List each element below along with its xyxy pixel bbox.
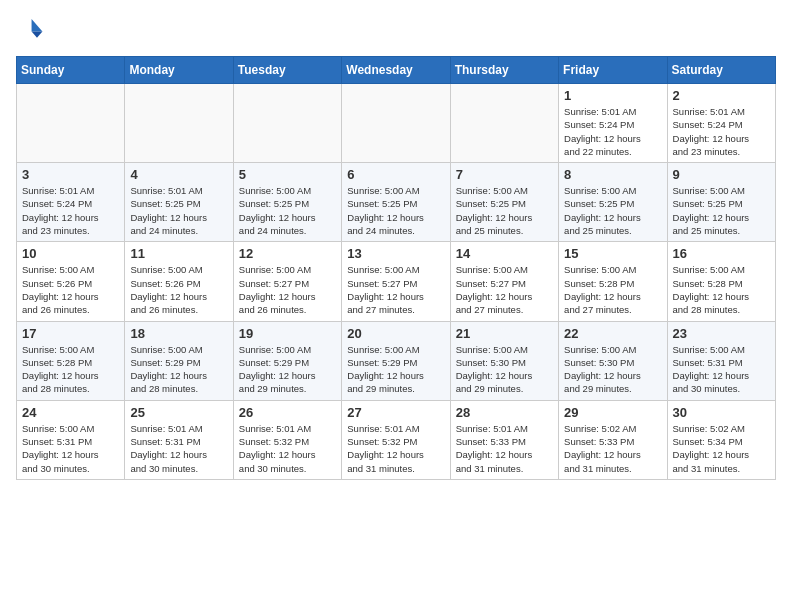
calendar-cell: 20Sunrise: 5:00 AM Sunset: 5:29 PM Dayli… bbox=[342, 321, 450, 400]
calendar-cell: 15Sunrise: 5:00 AM Sunset: 5:28 PM Dayli… bbox=[559, 242, 667, 321]
calendar-week-5: 24Sunrise: 5:00 AM Sunset: 5:31 PM Dayli… bbox=[17, 400, 776, 479]
day-header-tuesday: Tuesday bbox=[233, 57, 341, 84]
day-number: 30 bbox=[673, 405, 770, 420]
calendar-cell: 14Sunrise: 5:00 AM Sunset: 5:27 PM Dayli… bbox=[450, 242, 558, 321]
day-number: 9 bbox=[673, 167, 770, 182]
logo bbox=[16, 16, 48, 44]
calendar-cell: 21Sunrise: 5:00 AM Sunset: 5:30 PM Dayli… bbox=[450, 321, 558, 400]
day-info: Sunrise: 5:00 AM Sunset: 5:26 PM Dayligh… bbox=[130, 263, 227, 316]
day-info: Sunrise: 5:00 AM Sunset: 5:27 PM Dayligh… bbox=[347, 263, 444, 316]
day-number: 11 bbox=[130, 246, 227, 261]
calendar-cell: 28Sunrise: 5:01 AM Sunset: 5:33 PM Dayli… bbox=[450, 400, 558, 479]
day-number: 29 bbox=[564, 405, 661, 420]
day-info: Sunrise: 5:00 AM Sunset: 5:25 PM Dayligh… bbox=[239, 184, 336, 237]
day-number: 22 bbox=[564, 326, 661, 341]
day-header-thursday: Thursday bbox=[450, 57, 558, 84]
day-info: Sunrise: 5:00 AM Sunset: 5:25 PM Dayligh… bbox=[456, 184, 553, 237]
day-info: Sunrise: 5:00 AM Sunset: 5:27 PM Dayligh… bbox=[456, 263, 553, 316]
calendar-cell: 25Sunrise: 5:01 AM Sunset: 5:31 PM Dayli… bbox=[125, 400, 233, 479]
calendar-cell: 9Sunrise: 5:00 AM Sunset: 5:25 PM Daylig… bbox=[667, 163, 775, 242]
day-number: 14 bbox=[456, 246, 553, 261]
day-info: Sunrise: 5:00 AM Sunset: 5:29 PM Dayligh… bbox=[239, 343, 336, 396]
day-number: 2 bbox=[673, 88, 770, 103]
day-number: 4 bbox=[130, 167, 227, 182]
day-number: 26 bbox=[239, 405, 336, 420]
calendar-cell bbox=[125, 84, 233, 163]
day-info: Sunrise: 5:01 AM Sunset: 5:24 PM Dayligh… bbox=[673, 105, 770, 158]
day-number: 5 bbox=[239, 167, 336, 182]
calendar-cell: 16Sunrise: 5:00 AM Sunset: 5:28 PM Dayli… bbox=[667, 242, 775, 321]
day-number: 16 bbox=[673, 246, 770, 261]
calendar-cell: 1Sunrise: 5:01 AM Sunset: 5:24 PM Daylig… bbox=[559, 84, 667, 163]
day-info: Sunrise: 5:00 AM Sunset: 5:28 PM Dayligh… bbox=[673, 263, 770, 316]
calendar-table: SundayMondayTuesdayWednesdayThursdayFrid… bbox=[16, 56, 776, 480]
calendar-cell: 12Sunrise: 5:00 AM Sunset: 5:27 PM Dayli… bbox=[233, 242, 341, 321]
calendar-cell: 13Sunrise: 5:00 AM Sunset: 5:27 PM Dayli… bbox=[342, 242, 450, 321]
day-number: 28 bbox=[456, 405, 553, 420]
day-info: Sunrise: 5:00 AM Sunset: 5:25 PM Dayligh… bbox=[673, 184, 770, 237]
day-number: 20 bbox=[347, 326, 444, 341]
day-number: 8 bbox=[564, 167, 661, 182]
day-info: Sunrise: 5:01 AM Sunset: 5:33 PM Dayligh… bbox=[456, 422, 553, 475]
day-number: 27 bbox=[347, 405, 444, 420]
day-number: 19 bbox=[239, 326, 336, 341]
day-info: Sunrise: 5:00 AM Sunset: 5:26 PM Dayligh… bbox=[22, 263, 119, 316]
calendar-cell: 29Sunrise: 5:02 AM Sunset: 5:33 PM Dayli… bbox=[559, 400, 667, 479]
calendar-cell: 26Sunrise: 5:01 AM Sunset: 5:32 PM Dayli… bbox=[233, 400, 341, 479]
svg-marker-0 bbox=[32, 19, 43, 31]
logo-icon bbox=[16, 16, 44, 44]
calendar-cell: 17Sunrise: 5:00 AM Sunset: 5:28 PM Dayli… bbox=[17, 321, 125, 400]
day-info: Sunrise: 5:00 AM Sunset: 5:28 PM Dayligh… bbox=[22, 343, 119, 396]
day-number: 18 bbox=[130, 326, 227, 341]
calendar-cell: 4Sunrise: 5:01 AM Sunset: 5:25 PM Daylig… bbox=[125, 163, 233, 242]
calendar-week-2: 3Sunrise: 5:01 AM Sunset: 5:24 PM Daylig… bbox=[17, 163, 776, 242]
calendar-cell: 11Sunrise: 5:00 AM Sunset: 5:26 PM Dayli… bbox=[125, 242, 233, 321]
day-header-saturday: Saturday bbox=[667, 57, 775, 84]
day-info: Sunrise: 5:00 AM Sunset: 5:31 PM Dayligh… bbox=[673, 343, 770, 396]
calendar-cell: 2Sunrise: 5:01 AM Sunset: 5:24 PM Daylig… bbox=[667, 84, 775, 163]
day-info: Sunrise: 5:01 AM Sunset: 5:24 PM Dayligh… bbox=[22, 184, 119, 237]
day-info: Sunrise: 5:00 AM Sunset: 5:25 PM Dayligh… bbox=[564, 184, 661, 237]
page-header bbox=[16, 16, 776, 44]
calendar-cell: 30Sunrise: 5:02 AM Sunset: 5:34 PM Dayli… bbox=[667, 400, 775, 479]
calendar-cell: 18Sunrise: 5:00 AM Sunset: 5:29 PM Dayli… bbox=[125, 321, 233, 400]
day-number: 23 bbox=[673, 326, 770, 341]
day-info: Sunrise: 5:01 AM Sunset: 5:31 PM Dayligh… bbox=[130, 422, 227, 475]
calendar-week-1: 1Sunrise: 5:01 AM Sunset: 5:24 PM Daylig… bbox=[17, 84, 776, 163]
day-info: Sunrise: 5:01 AM Sunset: 5:24 PM Dayligh… bbox=[564, 105, 661, 158]
day-number: 15 bbox=[564, 246, 661, 261]
calendar-cell: 23Sunrise: 5:00 AM Sunset: 5:31 PM Dayli… bbox=[667, 321, 775, 400]
calendar-week-3: 10Sunrise: 5:00 AM Sunset: 5:26 PM Dayli… bbox=[17, 242, 776, 321]
calendar-week-4: 17Sunrise: 5:00 AM Sunset: 5:28 PM Dayli… bbox=[17, 321, 776, 400]
day-info: Sunrise: 5:00 AM Sunset: 5:31 PM Dayligh… bbox=[22, 422, 119, 475]
day-number: 21 bbox=[456, 326, 553, 341]
day-info: Sunrise: 5:00 AM Sunset: 5:30 PM Dayligh… bbox=[564, 343, 661, 396]
calendar-cell: 8Sunrise: 5:00 AM Sunset: 5:25 PM Daylig… bbox=[559, 163, 667, 242]
day-info: Sunrise: 5:00 AM Sunset: 5:30 PM Dayligh… bbox=[456, 343, 553, 396]
day-info: Sunrise: 5:00 AM Sunset: 5:25 PM Dayligh… bbox=[347, 184, 444, 237]
day-number: 25 bbox=[130, 405, 227, 420]
day-number: 7 bbox=[456, 167, 553, 182]
day-info: Sunrise: 5:01 AM Sunset: 5:32 PM Dayligh… bbox=[239, 422, 336, 475]
calendar-cell: 3Sunrise: 5:01 AM Sunset: 5:24 PM Daylig… bbox=[17, 163, 125, 242]
day-header-wednesday: Wednesday bbox=[342, 57, 450, 84]
day-info: Sunrise: 5:00 AM Sunset: 5:28 PM Dayligh… bbox=[564, 263, 661, 316]
day-number: 24 bbox=[22, 405, 119, 420]
day-number: 12 bbox=[239, 246, 336, 261]
day-number: 13 bbox=[347, 246, 444, 261]
calendar-cell: 19Sunrise: 5:00 AM Sunset: 5:29 PM Dayli… bbox=[233, 321, 341, 400]
calendar-cell: 5Sunrise: 5:00 AM Sunset: 5:25 PM Daylig… bbox=[233, 163, 341, 242]
svg-marker-1 bbox=[32, 32, 43, 38]
day-info: Sunrise: 5:01 AM Sunset: 5:25 PM Dayligh… bbox=[130, 184, 227, 237]
day-header-monday: Monday bbox=[125, 57, 233, 84]
calendar-cell: 22Sunrise: 5:00 AM Sunset: 5:30 PM Dayli… bbox=[559, 321, 667, 400]
day-number: 3 bbox=[22, 167, 119, 182]
day-number: 6 bbox=[347, 167, 444, 182]
calendar-cell bbox=[17, 84, 125, 163]
calendar-cell: 6Sunrise: 5:00 AM Sunset: 5:25 PM Daylig… bbox=[342, 163, 450, 242]
day-header-sunday: Sunday bbox=[17, 57, 125, 84]
day-number: 1 bbox=[564, 88, 661, 103]
calendar-cell bbox=[342, 84, 450, 163]
day-header-friday: Friday bbox=[559, 57, 667, 84]
day-number: 10 bbox=[22, 246, 119, 261]
